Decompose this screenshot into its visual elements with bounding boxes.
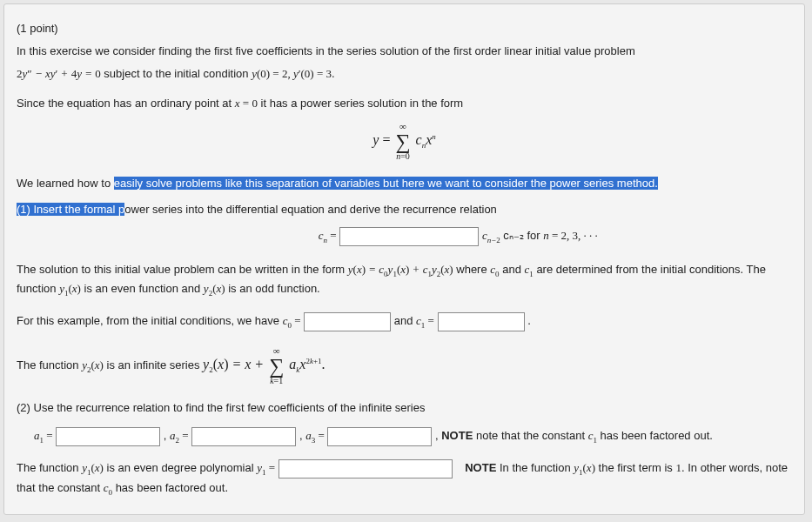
note-label-2: NOTE [465,461,496,474]
for-text: cₙ₋₂ for [500,229,544,242]
sol-y2: y2(x) [204,282,225,295]
sol-t4: is an even function and [81,282,204,295]
y1-note-y1: y1(x) [574,461,595,474]
q1-rest: ower series into the differential equati… [124,203,497,216]
sol-t2: where [453,263,491,276]
ordinary-eq: x = 0 [235,97,258,110]
a2-label: a2 = [170,429,189,442]
cn-rhs: cn−2 [482,229,500,242]
c1-label: c1 = [416,314,434,327]
y1-note4: has been factored out. [112,481,228,494]
a3-label: a3 = [305,429,325,442]
subject-text: subject to the initial condition [101,67,252,80]
sigma2-icon: ∑ [269,356,284,377]
y1-note2: the first term is [595,461,675,474]
sum2-lower: k=1 [270,377,283,385]
c1-input[interactable] [438,312,525,331]
y1-c0: c0 [104,481,112,494]
y2inf-dot: . [321,357,325,371]
highlighted-text-2: (1) Insert the formal p [17,203,124,216]
points-label: (1 point) [17,22,58,35]
learned-text: We learned how to [17,177,114,190]
y2-series-line: The function y2(x) is an infinite series… [17,346,792,385]
solution-form-line: The solution to this initial value probl… [17,261,792,300]
y1-input[interactable] [278,459,453,478]
ordinary-point-line: Since the equation has an ordinary point… [17,95,792,112]
period: . [332,67,335,80]
init-t1: For this example, from the initial condi… [17,314,283,327]
highlighted-text-1: easily solve problems like this separati… [114,177,658,190]
note-label-1: NOTE [441,429,473,442]
sol-eq: y(x) = c0y1(x) + c1y2(x) [348,263,453,276]
a1-label: a1 = [34,429,53,442]
c0-label: c0 = [283,314,301,327]
a3-input[interactable] [327,427,432,446]
sol-t1: The solution to this initial value probl… [17,263,348,276]
sol-c1: c1 [525,263,534,276]
y2inf-t2: is an infinite series [104,358,203,371]
y1-poly-line: The function y1(x) is an even degree pol… [17,459,792,499]
c0-input[interactable] [304,312,391,331]
points-line: (1 point) [17,20,792,37]
n-range: n = 2, 3, · · · [543,229,598,242]
ordinary-text-1: Since the equation has an ordinary point… [17,97,235,110]
sigma-icon: ∑ [395,131,410,152]
note-text-2: has been factored out. [597,429,713,442]
comma1: , [164,429,170,442]
y2inf-t1: The function [17,358,82,371]
sol-and: and [500,263,525,276]
y1poly-t2: is an even degree polynomial [104,461,257,474]
problem-container: (1 point) In this exercise we consider f… [3,3,805,515]
ode-equation: 2y″ − xy′ + 4y = 0 [17,67,101,80]
note-text-1: note that the constant [473,429,587,442]
ordinary-text-2: it has a power series solution in the fo… [258,97,463,110]
q2-line: (2) Use the recurrence relation to find … [17,399,792,417]
recurrence-input[interactable] [339,227,479,246]
a2-input[interactable] [191,427,296,446]
learned-line: We learned how to easily solve problems … [17,175,792,192]
q1-line: (1) Insert the formal power series into … [17,201,792,218]
coeffs-line: a1 = , a2 = , a3 = , NOTE note that the … [17,427,792,447]
sum-lower: n=0 [396,152,410,161]
power-series-formula: y = ∞ ∑ n=0 cnxn [17,122,792,161]
y1poly-t1: The function [17,461,82,474]
sol-y1: y1(x) [59,282,81,295]
y2inf-y2: y2(x) [82,358,104,371]
initial-coeff-line: For this example, from the initial condi… [17,312,792,332]
intro-line: In this exercise we consider finding the… [17,43,792,60]
init-and: and [394,314,416,327]
a1-input[interactable] [56,427,160,446]
y1poly-y1: y1(x) [82,461,104,474]
q2-text: (2) Use the recurrence relation to find … [17,401,425,414]
initial-conditions: y(0) = 2, y′(0) = 3 [252,67,332,80]
sum-upper: ∞ [399,122,406,131]
note-c1: c1 [588,429,597,442]
trailing-period: . [527,314,531,327]
y1-note1: In the function [496,461,574,474]
equation-line: 2y″ − xy′ + 4y = 0 subject to the initia… [17,65,792,83]
sol-t5: is an odd function. [225,282,320,295]
y1-lhs: y1 = [257,461,275,474]
sol-c0: c0 [490,263,499,276]
cn-lhs: cn = [319,229,337,242]
intro-text: In this exercise we consider finding the… [17,44,635,57]
recurrence-line: cn = cn−2 cₙ₋₂ for n = 2, 3, · · · [17,227,792,247]
